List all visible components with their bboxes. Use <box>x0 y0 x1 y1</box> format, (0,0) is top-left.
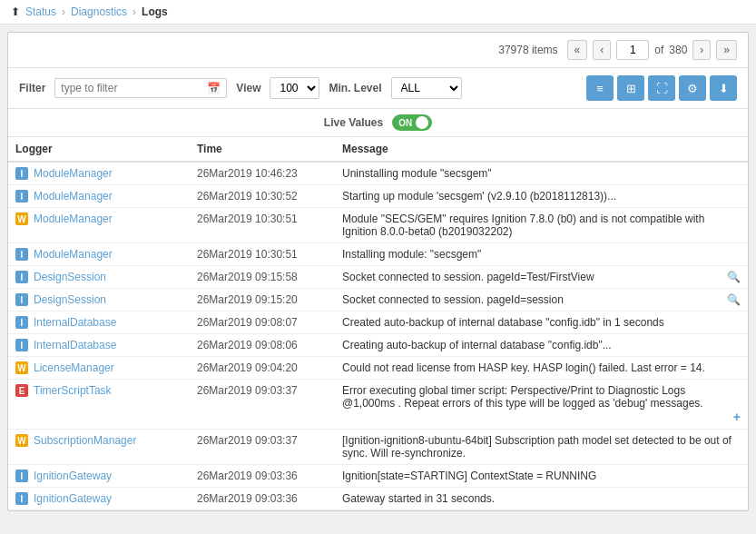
logger-cell: I InternalDatabase <box>8 312 190 334</box>
breadcrumb-sep-2: › <box>133 5 136 18</box>
fullscreen-button[interactable]: ⛶ <box>648 75 675 101</box>
time-cell: 26Mar2019 09:04:20 <box>190 357 335 380</box>
action-buttons: ≡ ⊞ ⛶ ⚙ ⬇ <box>586 75 737 101</box>
level-badge: I <box>15 470 28 482</box>
level-badge: I <box>15 293 28 306</box>
level-badge: I <box>15 167 28 180</box>
main-panel: 37978 items « ‹ of 380 › » Filter 📅 View… <box>7 32 749 511</box>
logger-cell: I IgnitionGateway <box>8 488 190 510</box>
view-label: View <box>236 82 260 94</box>
message-cell: Created auto-backup of internal database… <box>335 312 748 334</box>
table-row: I DesignSession 26Mar2019 09:15:20 Socke… <box>8 289 748 312</box>
level-badge: W <box>15 434 28 447</box>
message-text: Module "SECS/GEM" requires Ignition 7.8.… <box>342 213 741 238</box>
filter-button[interactable]: ≡ <box>586 75 614 101</box>
logger-name[interactable]: TimerScriptTask <box>34 384 112 397</box>
message-cell: Socket connected to session. pageId=Test… <box>335 266 748 289</box>
breadcrumb: ⬆ Status › Diagnostics › Logs <box>0 0 756 25</box>
message-text: Installing module: "secsgem" <box>342 248 481 261</box>
message-text: Gateway started in 31 seconds. <box>342 492 495 505</box>
logger-name[interactable]: DesignSession <box>34 293 106 306</box>
logger-name[interactable]: DesignSession <box>34 271 106 283</box>
expand-button[interactable]: ⊞ <box>617 75 644 101</box>
view-select[interactable]: 100 50 200 500 <box>270 77 319 99</box>
logger-name[interactable]: ModuleManager <box>34 248 113 261</box>
table-row: I ModuleManager 26Mar2019 10:30:51 Insta… <box>8 243 748 266</box>
fullscreen-icon: ⛶ <box>656 82 668 95</box>
last-page-button[interactable]: » <box>716 40 737 60</box>
page-number-input[interactable] <box>616 40 649 60</box>
toggle-on-label: ON <box>398 118 412 128</box>
live-values-label: Live Values <box>324 116 383 129</box>
message-cell: Could not read license from HASP key. HA… <box>335 357 748 380</box>
col-header-time: Time <box>190 137 335 162</box>
table-row: I IgnitionGateway 26Mar2019 09:03:36 Ign… <box>8 465 748 488</box>
filter-input[interactable] <box>61 82 207 94</box>
message-cell: Installing module: "secsgem" <box>335 243 748 266</box>
time-cell: 26Mar2019 09:15:58 <box>190 266 335 289</box>
live-values-toggle[interactable]: ON <box>392 114 432 131</box>
filter-icon: ≡ <box>596 82 604 95</box>
message-text: Ignition[state=STARTING] ContextState = … <box>342 470 596 482</box>
message-text: Created auto-backup of internal database… <box>342 316 664 329</box>
logger-name[interactable]: IgnitionGateway <box>34 492 112 505</box>
time-cell: 26Mar2019 10:30:51 <box>190 243 335 266</box>
logger-name[interactable]: InternalDatabase <box>34 316 116 329</box>
download-icon: ⬇ <box>719 82 729 95</box>
table-row: W ModuleManager 26Mar2019 10:30:51 Modul… <box>8 208 748 243</box>
logger-cell: W ModuleManager <box>8 208 190 243</box>
message-cell: Module "SECS/GEM" requires Ignition 7.8.… <box>335 208 748 243</box>
logger-cell: I DesignSession <box>8 266 190 289</box>
breadcrumb-link-status[interactable]: Status <box>25 5 56 18</box>
table-row: E TimerScriptTask 26Mar2019 09:03:37 Err… <box>8 380 748 430</box>
breadcrumb-current: Logs <box>142 5 168 18</box>
search-icon[interactable]: 🔍 <box>727 271 741 283</box>
time-cell: 26Mar2019 10:30:52 <box>190 185 335 208</box>
logger-name[interactable]: ModuleManager <box>34 213 113 225</box>
filter-bar: Filter 📅 View 100 50 200 500 Min. Level … <box>8 68 748 109</box>
logger-cell: I ModuleManager <box>8 185 190 208</box>
table-row: I IgnitionGateway 26Mar2019 09:03:36 Gat… <box>8 488 748 510</box>
level-badge: I <box>15 190 28 203</box>
logger-name[interactable]: ModuleManager <box>34 167 113 180</box>
time-cell: 26Mar2019 09:03:36 <box>190 488 335 510</box>
message-cell: Creating auto-backup of internal databas… <box>335 334 748 357</box>
logger-cell: W LicenseManager <box>8 357 190 380</box>
filter-input-wrap: 📅 <box>54 78 227 98</box>
first-page-button[interactable]: « <box>567 40 588 60</box>
table-row: W LicenseManager 26Mar2019 09:04:20 Coul… <box>8 357 748 380</box>
message-text: [Ignition-ignition8-ubuntu-64bit] Subscr… <box>342 434 741 460</box>
table-row: I ModuleManager 26Mar2019 10:46:23 Unins… <box>8 162 748 185</box>
min-level-select[interactable]: ALL INFO WARN ERROR <box>391 77 462 99</box>
logger-name[interactable]: ModuleManager <box>34 190 113 203</box>
logger-cell: I InternalDatabase <box>8 334 190 357</box>
time-cell: 26Mar2019 09:03:36 <box>190 465 335 488</box>
next-page-button[interactable]: › <box>692 40 711 60</box>
level-badge: I <box>15 248 28 261</box>
expand-more-link[interactable]: + <box>342 410 741 424</box>
logger-cell: I ModuleManager <box>8 243 190 266</box>
level-badge: I <box>15 492 28 505</box>
gear-button[interactable]: ⚙ <box>679 75 706 101</box>
breadcrumb-link-diagnostics[interactable]: Diagnostics <box>71 5 127 18</box>
logger-name[interactable]: IgnitionGateway <box>34 470 112 482</box>
level-badge: W <box>15 361 28 374</box>
message-text: Uninstalling module "secsgem" <box>342 167 492 180</box>
logger-name[interactable]: LicenseManager <box>34 361 114 374</box>
live-values-bar: Live Values ON <box>8 109 748 137</box>
breadcrumb-sep-1: › <box>62 5 65 18</box>
logger-name[interactable]: InternalDatabase <box>34 339 116 351</box>
calendar-icon[interactable]: 📅 <box>207 82 221 94</box>
status-icon: ⬆ <box>11 5 20 18</box>
expand-icon: ⊞ <box>626 82 636 95</box>
gear-icon: ⚙ <box>687 82 698 95</box>
level-badge: I <box>15 316 28 329</box>
download-button[interactable]: ⬇ <box>710 75 737 101</box>
logger-name[interactable]: SubscriptionManager <box>34 434 136 447</box>
time-cell: 26Mar2019 09:15:20 <box>190 289 335 312</box>
message-cell: Uninstalling module "secsgem" <box>335 162 748 185</box>
prev-page-button[interactable]: ‹ <box>593 40 611 60</box>
message-cell: Error executing global timer script: Per… <box>335 380 748 430</box>
pagination-bar: 37978 items « ‹ of 380 › » <box>8 33 748 68</box>
search-icon[interactable]: 🔍 <box>727 293 741 306</box>
